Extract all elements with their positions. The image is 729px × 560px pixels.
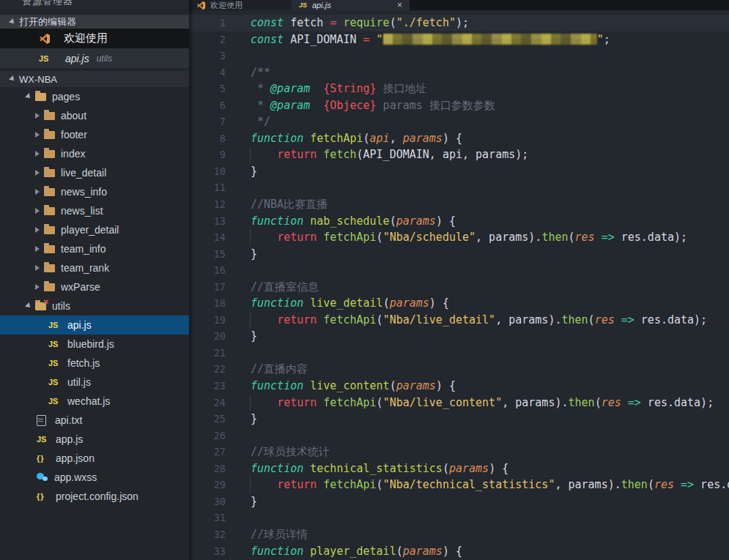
line-number: 30 xyxy=(189,493,226,510)
item-label: wxParse xyxy=(61,281,100,293)
line-number: 3 xyxy=(189,48,226,64)
sidebar-item-wxParse[interactable]: wxParse xyxy=(0,277,189,296)
code-line-16[interactable]: 16 xyxy=(189,262,729,279)
line-number: 32 xyxy=(189,526,226,543)
code-line-7[interactable]: 7 */ xyxy=(189,113,729,130)
project-root-header[interactable]: WX-NBA xyxy=(0,71,189,87)
code-line-content: //直播内容 xyxy=(251,361,308,378)
line-number: 23 xyxy=(189,378,226,395)
code-line-6[interactable]: 6 * @param {Objece} params 接口参数参数 xyxy=(189,97,729,114)
code-line-4[interactable]: 4/** xyxy=(189,64,729,81)
code-line-1[interactable]: 1const fetch = require("./fetch"); xyxy=(189,15,729,31)
code-line-content: /** xyxy=(251,64,270,81)
js-file-icon: JS xyxy=(37,435,50,444)
sidebar-item-team-info[interactable]: team_info xyxy=(0,239,189,258)
tab-welcome[interactable]: 欢迎使用 xyxy=(189,0,292,10)
sidebar-item-wechat-js[interactable]: JSwechat.js xyxy=(0,392,189,411)
code-line-22[interactable]: 22//直播内容 xyxy=(189,361,729,378)
code-line-8[interactable]: 8function fetchApi(api, params) { xyxy=(189,130,729,147)
sidebar-item-index[interactable]: index xyxy=(0,144,189,163)
chevron-expanded-icon xyxy=(25,302,32,310)
code-line-14[interactable]: 14 return fetchApi("Nba/schedule", param… xyxy=(189,229,729,246)
code-line-content: const fetch = require("./fetch"); xyxy=(251,15,469,31)
sidebar-item-bluebird-js[interactable]: JSbluebird.js xyxy=(0,335,189,354)
sidebar-item-news-list[interactable]: news_list xyxy=(0,201,189,220)
code-line-12[interactable]: 12//NBA比赛直播 xyxy=(189,196,729,213)
sidebar-item-player-detail[interactable]: player_detail xyxy=(0,220,189,239)
code-line-5[interactable]: 5 * @param {String} 接口地址 xyxy=(189,81,729,97)
vscode-logo-icon xyxy=(196,1,206,10)
code-line-21[interactable]: 21 xyxy=(189,345,729,362)
code-line-25[interactable]: 25} xyxy=(189,411,729,428)
sidebar-item-project-config-json[interactable]: { }project.config.json xyxy=(0,487,189,506)
code-line-2[interactable]: 2const API_DOMAIN = ""; xyxy=(189,31,729,48)
js-file-icon: JS xyxy=(48,378,62,387)
code-line-9[interactable]: 9 return fetch(API_DOMAIN, api, params); xyxy=(189,146,729,163)
tab-bar: 欢迎使用 JS api.js × xyxy=(189,0,729,10)
line-number: 15 xyxy=(189,246,226,263)
sidebar-item-app-json[interactable]: { }app.json xyxy=(0,449,189,468)
code-line-32[interactable]: 32//球员详情 xyxy=(189,526,729,543)
tab-apijs[interactable]: JS api.js × xyxy=(292,0,410,10)
item-label: pages xyxy=(52,91,80,102)
code-line-17[interactable]: 17//直播室信息 xyxy=(189,279,729,296)
line-number: 24 xyxy=(189,395,226,411)
code-line-content: return fetch(API_DOMAIN, api, params); xyxy=(251,146,528,163)
js-file-icon: JS xyxy=(48,321,62,329)
line-number: 28 xyxy=(189,460,226,477)
code-line-23[interactable]: 23function live_content(params) { xyxy=(189,378,729,395)
file-tree: pagesaboutfooterindexlive_detailnews_inf… xyxy=(0,87,189,506)
code-line-10[interactable]: 10} xyxy=(189,163,729,180)
folder-icon xyxy=(44,245,55,253)
line-number: 19 xyxy=(189,312,226,329)
sidebar-item-about[interactable]: about xyxy=(0,106,189,125)
code-line-content: * @param {String} 接口地址 xyxy=(251,81,427,97)
sidebar-item-live-detail[interactable]: live_detail xyxy=(0,163,189,182)
sidebar-item-app-wxss[interactable]: app.wxss xyxy=(0,468,189,487)
code-line-19[interactable]: 19 return fetchApi("Nba/live_detail", pa… xyxy=(189,312,729,329)
chevron-collapsed-icon xyxy=(35,246,40,252)
code-line-content: function player_detail(params) { xyxy=(251,543,462,560)
sidebar-item-api-txt[interactable]: api.txt xyxy=(0,411,189,430)
code-line-27[interactable]: 27//球员技术统计 xyxy=(189,444,729,460)
js-file-icon: JS xyxy=(48,397,62,406)
sidebar-item-team-rank[interactable]: team_rank xyxy=(0,258,189,277)
code-line-11[interactable]: 11 xyxy=(189,179,729,196)
sidebar-item-api-js[interactable]: JSapi.js xyxy=(0,316,189,335)
code-line-24[interactable]: 24 return fetchApi("Nba/live_content", p… xyxy=(189,395,729,411)
open-editor-label: 欢迎使用 xyxy=(64,31,108,45)
code-line-30[interactable]: 30} xyxy=(189,493,729,510)
sidebar-item-news-info[interactable]: news_info xyxy=(0,182,189,201)
sidebar-item-pages[interactable]: pages xyxy=(0,87,189,106)
code-line-13[interactable]: 13function nab_schedule(params) { xyxy=(189,213,729,230)
code-line-content: return fetchApi("Nba/technical_statistic… xyxy=(251,477,729,493)
code-line-18[interactable]: 18function live_detail(params) { xyxy=(189,295,729,312)
line-number: 6 xyxy=(189,97,226,114)
code-editor[interactable]: 1const fetch = require("./fetch");2const… xyxy=(189,10,729,560)
code-line-15[interactable]: 15} xyxy=(189,246,729,263)
sidebar-item-util-js[interactable]: JSutil.js xyxy=(0,373,189,392)
code-line-26[interactable]: 26 xyxy=(189,428,729,444)
open-editor-item-欢迎使用[interactable]: 欢迎使用 xyxy=(0,29,189,48)
sidebar-item-app-js[interactable]: JSapp.js xyxy=(0,430,189,449)
item-label: util.js xyxy=(67,376,91,388)
code-line-20[interactable]: 20} xyxy=(189,328,729,345)
code-line-31[interactable]: 31 xyxy=(189,509,729,526)
code-line-33[interactable]: 33function player_detail(params) { xyxy=(189,543,729,560)
code-line-content: //NBA比赛直播 xyxy=(251,196,328,213)
item-label: api.js xyxy=(67,319,92,331)
code-line-28[interactable]: 28function technical_statistics(params) … xyxy=(189,460,729,477)
close-icon[interactable]: × xyxy=(397,1,402,9)
code-line-3[interactable]: 3 xyxy=(189,48,729,64)
line-number: 2 xyxy=(189,31,226,48)
line-number: 33 xyxy=(189,543,226,560)
sidebar-item-utils[interactable]: utils xyxy=(0,296,189,316)
js-file-icon: JS xyxy=(299,1,309,9)
code-line-29[interactable]: 29 return fetchApi("Nba/technical_statis… xyxy=(189,477,729,493)
open-editors-header[interactable]: 打开的编辑器 xyxy=(0,15,189,29)
sidebar-item-fetch-js[interactable]: JSfetch.js xyxy=(0,354,189,373)
explorer-title-label: 资源管理器 xyxy=(0,0,189,8)
sidebar-item-footer[interactable]: footer xyxy=(0,125,189,144)
chevron-expanded-icon xyxy=(9,18,16,26)
open-editor-item-api.js[interactable]: JSapi.jsutils xyxy=(0,48,189,68)
